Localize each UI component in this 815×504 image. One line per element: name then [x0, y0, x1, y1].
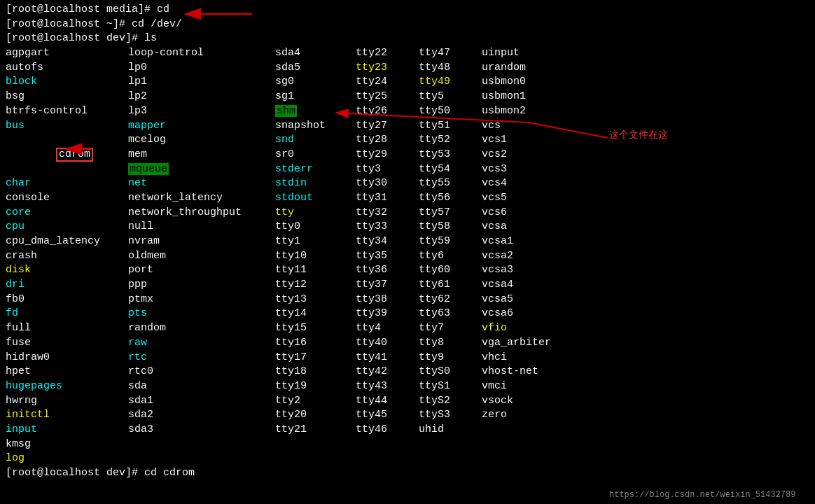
list-item: tty55 [419, 176, 482, 191]
cmd-line-2: [root@localhost ~]# cd /dev/ [6, 18, 809, 32]
list-item: vcsa6 [482, 307, 608, 321]
list-item: tty13 [275, 293, 356, 307]
list-item: tty33 [356, 220, 419, 234]
list-item: hwrng [6, 394, 128, 409]
list-item: tty32 [356, 206, 419, 220]
list-item: tty35 [356, 249, 419, 264]
list-item: ttyS3 [419, 408, 482, 423]
list-item: tty6 [419, 249, 482, 264]
list-item: port [128, 263, 275, 278]
list-item: vhci [482, 351, 608, 365]
list-item: net [128, 176, 275, 191]
list-item: null [128, 220, 275, 234]
list-item: oldmem [128, 249, 275, 264]
list-item: tty4 [356, 321, 419, 336]
list-item: disk [6, 263, 128, 278]
list-item: block [6, 75, 128, 90]
list-item: ptmx [128, 293, 275, 307]
list-item: tty18 [275, 365, 356, 379]
list-item: fuse [6, 336, 128, 351]
list-item: ppp [128, 278, 275, 293]
list-item: tty7 [419, 321, 482, 336]
list-item: mapper [128, 119, 275, 134]
list-item: vcsa2 [482, 249, 608, 264]
list-item: sda3 [128, 423, 275, 438]
list-item: tty [275, 206, 356, 220]
list-item: tty30 [356, 176, 419, 191]
list-item: tty54 [419, 162, 482, 177]
list-item: lp2 [128, 90, 275, 104]
url-text: https://blog.csdn.net/weixin_51432789 [609, 490, 795, 500]
list-item: tty21 [275, 423, 356, 438]
list-item: stdin [275, 176, 356, 191]
list-item: stdout [275, 191, 356, 206]
list-item: tty53 [419, 148, 482, 162]
list-item: tty20 [275, 408, 356, 423]
list-item: tty17 [275, 351, 356, 365]
list-item-shm: shm [275, 104, 356, 119]
list-item: tty19 [275, 379, 356, 394]
list-item: rtc0 [128, 365, 275, 379]
list-item: urandom [482, 61, 608, 76]
list-item: tty49 [419, 75, 482, 90]
list-item: tty45 [356, 408, 419, 423]
list-item: tty60 [419, 263, 482, 278]
list-item: tty14 [275, 307, 356, 321]
list-item: mem [128, 148, 275, 162]
list-item: hugepages [6, 379, 128, 394]
list-item: tty48 [419, 61, 482, 76]
list-item: sda2 [128, 408, 275, 423]
list-item: tty39 [356, 307, 419, 321]
list-item: tty38 [356, 293, 419, 307]
list-item: sg0 [275, 75, 356, 90]
cmd-line-3: [root@localhost dev]# ls [6, 31, 809, 46]
list-item: tty25 [356, 90, 419, 104]
list-item: sda [128, 379, 275, 394]
list-item: tty41 [356, 351, 419, 365]
list-item: tty43 [356, 379, 419, 394]
list-item: network_latency [128, 191, 275, 206]
list-item: vcs3 [482, 162, 608, 177]
list-item: tty63 [419, 307, 482, 321]
list-item: log [6, 451, 128, 466]
list-item: tty51 [419, 119, 482, 134]
list-item: cpu_dma_latency [6, 234, 128, 249]
list-item: tty9 [419, 351, 482, 365]
list-item: uinput [482, 46, 608, 61]
list-item: vcsa5 [482, 293, 608, 307]
ls-col-1: agpgart autofs block bsg btrfs-control b… [6, 46, 128, 466]
list-item: tty36 [356, 263, 419, 278]
list-item: tty3 [356, 162, 419, 177]
list-item: cpu [6, 220, 128, 234]
list-item: console [6, 191, 128, 206]
list-item: rtc [128, 351, 275, 365]
list-item: uhid [419, 423, 482, 438]
list-item: tty62 [419, 293, 482, 307]
list-item: bus [6, 119, 128, 134]
list-item: tty40 [356, 336, 419, 351]
list-item: snapshot [275, 119, 356, 134]
list-item: hidraw0 [6, 351, 128, 365]
list-item: tty42 [356, 365, 419, 379]
list-item: tty46 [356, 423, 419, 438]
list-item: tty26 [356, 104, 419, 119]
list-item: tty52 [419, 133, 482, 148]
list-item: sda1 [128, 394, 275, 409]
list-item: nvram [128, 234, 275, 249]
list-item: usbmon1 [482, 90, 608, 104]
list-item: vcsa [482, 220, 608, 234]
list-item: core [6, 206, 128, 220]
list-item: tty2 [275, 394, 356, 409]
list-item-cdrom: cdrom [6, 133, 128, 176]
list-item: tty56 [419, 191, 482, 206]
cmd-line-1: [root@localhost media]# cd [6, 3, 809, 18]
list-item: tty24 [356, 75, 419, 90]
list-item: vcs2 [482, 148, 608, 162]
ls-col-6: uinput urandom usbmon0 usbmon1 usbmon2 v… [482, 46, 608, 466]
list-item: autofs [6, 61, 128, 76]
list-item: tty1 [275, 234, 356, 249]
list-item: loop-control [128, 46, 275, 61]
list-item: zero [482, 408, 608, 423]
list-item: vcs6 [482, 206, 608, 220]
list-item: vcsa1 [482, 234, 608, 249]
